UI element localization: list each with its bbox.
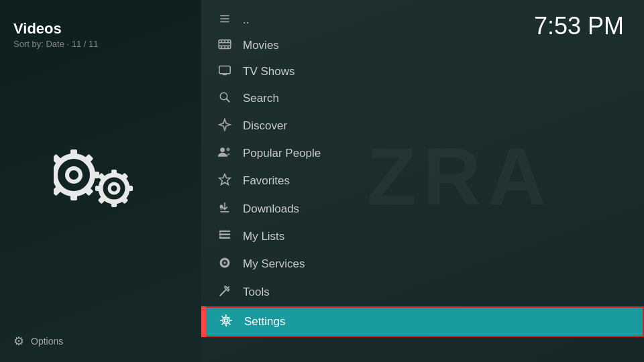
menu-item-settings[interactable]: Settings [201,306,644,337]
svg-rect-40 [220,211,229,213]
svg-point-53 [223,317,229,324]
menu-label-favorites: Favorites [243,174,290,188]
svg-rect-34 [224,74,225,75]
gear-small [95,170,133,207]
back-label: .. [243,13,249,27]
svg-rect-46 [219,231,221,239]
menu-label-tvshows: TV Shows [243,65,294,78]
options-label: Options [31,336,63,347]
menu-item-downloads[interactable]: Downloads [201,195,644,223]
movie-icon [217,39,232,52]
menu-label-settings: Settings [244,315,285,328]
gear-illustration [13,22,188,334]
svg-rect-27 [224,40,225,42]
svg-point-42 [220,205,223,208]
svg-rect-29 [221,46,222,48]
people-icon [217,146,232,161]
menu-item-my-services[interactable]: My Services [201,250,644,278]
svg-rect-24 [219,42,231,44]
svg-point-49 [223,261,225,263]
svg-point-52 [225,319,228,322]
menu-label-movies: Movies [243,39,279,52]
menu-label-discover: Discover [243,119,287,133]
menu-label-popular-people: Popular People [243,147,321,160]
gears-svg [54,138,148,219]
svg-line-36 [226,99,229,102]
svg-rect-3 [70,191,77,200]
svg-rect-15 [95,186,103,191]
tools-icon [217,284,232,300]
svg-point-37 [220,147,225,152]
svg-rect-22 [220,21,229,23]
search-icon [217,91,232,106]
svg-rect-14 [125,186,133,191]
left-panel: Videos Sort by: Date · 11 / 11 [0,0,201,362]
menu-item-popular-people[interactable]: Popular People [201,140,644,167]
download-icon [217,201,232,217]
svg-point-1 [67,168,80,182]
svg-rect-5 [54,172,58,178]
svg-rect-21 [220,18,229,19]
menu-label-tools: Tools [243,286,270,299]
back-icon [217,13,232,27]
menu-label-my-services: My Services [243,257,305,271]
options-bar[interactable]: ⚙ Options [13,334,188,349]
menu-item-my-lists[interactable]: My Lists [201,223,644,250]
right-panel: ZRA 7:53 PM ..MoviesTV ShowsSearchDiscov… [201,0,644,362]
svg-rect-26 [221,40,222,42]
menu-item-favorites[interactable]: Favorites [201,167,644,195]
svg-rect-45 [219,237,230,238]
svg-rect-30 [224,46,225,48]
svg-rect-4 [90,172,99,178]
svg-rect-32 [219,66,230,73]
svg-line-50 [220,290,225,295]
svg-rect-25 [219,46,231,47]
settings-icon [219,314,233,330]
options-icon: ⚙ [13,334,24,349]
clock: 7:53 PM [534,12,624,40]
gear-large [54,149,99,200]
svg-point-38 [227,147,230,151]
menu-label-search: Search [243,92,279,105]
svg-rect-44 [219,234,230,235]
svg-rect-28 [227,40,229,42]
menu-item-tools[interactable]: Tools [201,278,644,306]
tv-icon [217,64,232,79]
menu-item-tvshows[interactable]: TV Shows [201,58,644,85]
discover-icon [217,118,232,134]
menu-label-downloads: Downloads [243,202,299,216]
star-icon [217,173,232,189]
svg-rect-2 [70,149,77,159]
menu-item-discover[interactable]: Discover [201,112,644,140]
svg-rect-31 [227,46,229,48]
services-icon [217,256,232,272]
svg-rect-12 [111,170,117,177]
svg-rect-43 [219,231,230,232]
menu-item-search[interactable]: Search [201,85,644,112]
svg-point-11 [109,184,119,193]
svg-line-51 [227,286,229,288]
svg-marker-39 [219,174,231,185]
svg-rect-13 [111,200,117,207]
svg-rect-20 [220,15,229,17]
list-icon [217,229,232,244]
menu-label-my-lists: My Lists [243,230,284,243]
menu-list: ..MoviesTV ShowsSearchDiscoverPopular Pe… [201,0,644,337]
